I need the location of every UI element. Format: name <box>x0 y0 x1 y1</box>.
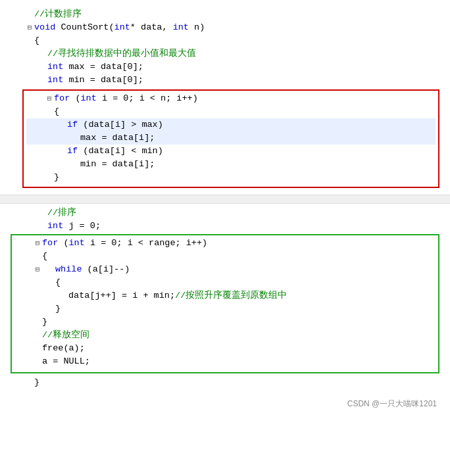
footer-text: CSDN @一只大喵咪1201 <box>347 399 437 408</box>
line-free: free(a); <box>14 342 436 355</box>
line-comment-countsort: //计数排序 <box>7 8 443 21</box>
code-text: while (a[i]--) <box>42 263 130 276</box>
line-func-close: } <box>7 376 443 389</box>
red-highlighted-box: ⊟ for (int i = 0; i < n; i++) { if (data… <box>22 89 439 188</box>
line-int-max: int max = data[0]; <box>7 60 443 74</box>
line-comment-sort: //排序 <box>7 206 443 220</box>
line-for-range: ⊟ for (int i = 0; i < range; i++) <box>14 237 436 250</box>
code-text: max = data[i]; <box>54 131 155 145</box>
bottom-section: //排序 int j = 0; ⊟ for (int i = 0; i < ra… <box>0 204 450 393</box>
code-text: int min = data[0]; <box>34 74 143 87</box>
code-text: } <box>42 316 47 329</box>
fold-icon-for2[interactable]: ⊟ <box>33 237 42 250</box>
code-text: { <box>42 250 47 263</box>
code-text: int max = data[0]; <box>34 60 143 74</box>
code-text: data[j++] = i + min;//按照升序覆盖到原数组中 <box>42 289 287 302</box>
fold-icon-func[interactable]: ⊟ <box>25 21 34 34</box>
line-brace-open: { <box>7 34 443 47</box>
code-text: } <box>54 171 59 184</box>
code-text: min = data[i]; <box>54 158 155 171</box>
code-text: } <box>34 376 39 389</box>
line-while: ⊟ while (a[i]--) <box>14 263 436 276</box>
line-for-close: } <box>26 171 436 184</box>
line-if-min: if (data[i] < min) <box>26 145 436 158</box>
code-text: for (int i = 0; i < n; i++) <box>54 92 198 105</box>
code-text: if (data[i] < min) <box>54 145 163 158</box>
code-text: if (data[i] > max) <box>54 118 163 131</box>
footer: CSDN @一只大喵咪1201 <box>0 393 450 412</box>
code-text: { <box>34 34 39 47</box>
line-min-assign: min = data[i]; <box>26 158 436 171</box>
line-if-max: if (data[i] > max) <box>26 118 436 131</box>
code-text: { <box>54 105 59 118</box>
line-while-brace: { <box>14 276 436 289</box>
line-comment-find: //寻找待排数据中的最小值和最大值 <box>7 47 443 60</box>
line-for2-close: } <box>14 316 436 329</box>
code-text: for (int i = 0; i < range; i++) <box>42 237 207 250</box>
code-text: { <box>42 276 61 289</box>
line-for-n: ⊟ for (int i = 0; i < n; i++) <box>26 92 436 105</box>
code-text: free(a); <box>42 342 85 355</box>
fold-icon-while[interactable]: ⊟ <box>33 263 42 276</box>
line-func-decl: ⊟ void CountSort(int* data, int n) <box>7 21 443 34</box>
section-gap <box>0 195 450 204</box>
top-section: //计数排序 ⊟ void CountSort(int* data, int n… <box>0 5 450 195</box>
line-max-assign: max = data[i]; <box>26 131 436 145</box>
line-for2-brace: { <box>14 250 436 263</box>
line-comment-free: //释放空间 <box>14 329 436 342</box>
code-text: void CountSort(int* data, int n) <box>34 21 205 34</box>
line-for-brace: { <box>26 105 436 118</box>
code-text: //计数排序 <box>34 8 82 21</box>
line-int-min: int min = data[0]; <box>7 74 443 87</box>
line-while-close: } <box>14 302 436 316</box>
line-data-assign: data[j++] = i + min;//按照升序覆盖到原数组中 <box>14 289 436 302</box>
code-text: a = NULL; <box>42 355 90 368</box>
code-text: } <box>42 302 61 316</box>
code-text: int j = 0; <box>34 220 101 233</box>
code-text: //排序 <box>34 206 76 220</box>
fold-icon-for[interactable]: ⊟ <box>45 92 54 105</box>
green-highlighted-box: ⊟ for (int i = 0; i < range; i++) { ⊟ wh… <box>11 234 439 373</box>
line-int-j: int j = 0; <box>7 220 443 233</box>
code-container: //计数排序 ⊟ void CountSort(int* data, int n… <box>0 0 450 417</box>
code-text: //释放空间 <box>42 329 89 342</box>
line-null: a = NULL; <box>14 355 436 368</box>
code-text: //寻找待排数据中的最小值和最大值 <box>34 47 196 60</box>
